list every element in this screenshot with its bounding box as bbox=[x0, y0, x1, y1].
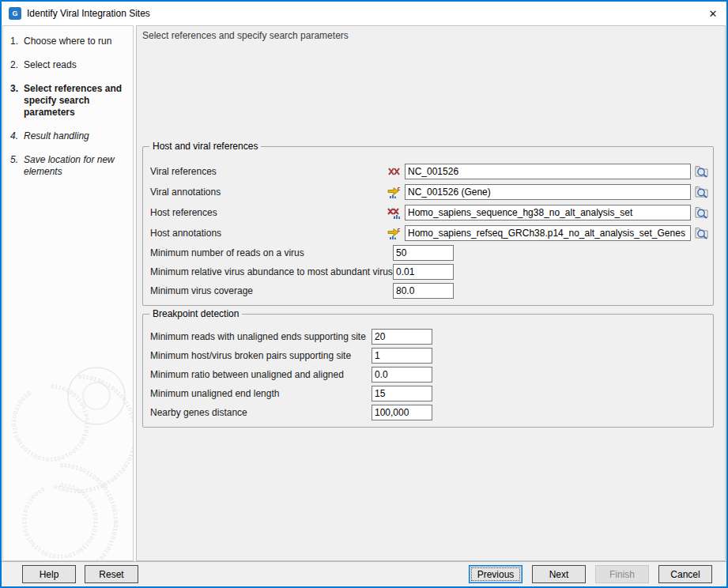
app-icon: G bbox=[9, 7, 21, 20]
min-end-length-row: Minimum unaligned end length bbox=[150, 384, 707, 403]
annotation-track-icon bbox=[387, 186, 405, 198]
min-ratio-input[interactable] bbox=[372, 367, 432, 383]
wizard-steps-sidebar: 1. Choose where to run 2. Select reads 3… bbox=[2, 25, 134, 561]
host-annotations-row: Host annotations bbox=[150, 223, 707, 243]
min-reads-label: Minimum number of reads on a virus bbox=[150, 247, 393, 258]
breakpoint-detection-group: Breakpoint detection Minimum reads with … bbox=[142, 314, 714, 428]
step-number: 3. bbox=[10, 83, 24, 119]
group-title: Host and viral references bbox=[149, 141, 261, 152]
annotation-track-icon bbox=[387, 227, 405, 239]
min-ratio-row: Minimum ratio between unaligned and alig… bbox=[150, 365, 707, 384]
viral-references-input[interactable] bbox=[405, 164, 691, 179]
sequence-icon bbox=[387, 165, 405, 178]
min-end-length-input[interactable] bbox=[372, 386, 432, 401]
step-select-reads: 2. Select reads bbox=[10, 59, 128, 71]
next-button[interactable]: Next bbox=[532, 565, 586, 583]
host-annotations-input[interactable] bbox=[405, 225, 691, 241]
help-button[interactable]: Help bbox=[22, 565, 76, 583]
min-coverage-row: Minimum virus coverage bbox=[150, 281, 707, 300]
step-label: Save location for new elements bbox=[24, 154, 128, 178]
svg-text:011010011001001101001100100110: 0110100110010011010011001001101001100100… bbox=[11, 383, 90, 462]
min-unaligned-reads-label: Minimum reads with unaligned ends suppor… bbox=[150, 331, 372, 342]
browse-host-references-button[interactable] bbox=[694, 205, 710, 220]
viral-references-row: Viral references bbox=[150, 161, 707, 182]
title-bar: G Identify Viral Integration Sites ✕ bbox=[2, 2, 726, 25]
button-bar: Help Reset Previous Next Finish Cancel bbox=[2, 561, 726, 586]
step-label: Select reads bbox=[24, 59, 128, 71]
close-icon[interactable]: ✕ bbox=[700, 2, 726, 25]
step-label: Result handling bbox=[24, 130, 128, 142]
min-abundance-row: Minimum relative virus abundance to most… bbox=[150, 262, 707, 281]
step-number: 1. bbox=[10, 36, 24, 47]
svg-text:011010011001001101001100100110: 0110100110010011010011001001101001100100… bbox=[21, 482, 99, 560]
step-save-location: 5. Save location for new elements bbox=[10, 154, 128, 178]
host-annotations-label: Host annotations bbox=[150, 228, 387, 239]
nearby-genes-row: Nearby genes distance bbox=[150, 403, 707, 422]
viral-annotations-label: Viral annotations bbox=[150, 187, 387, 198]
binary-spiral-watermark: 0110100110010011010011001001101001100100… bbox=[3, 363, 134, 560]
nearby-genes-input[interactable] bbox=[372, 405, 432, 420]
browse-viral-annotations-button[interactable] bbox=[694, 185, 710, 199]
browse-host-annotations-button[interactable] bbox=[694, 226, 710, 240]
watermark-text: 0110100110010011010011001001101001100100… bbox=[52, 374, 134, 494]
min-reads-input[interactable] bbox=[393, 245, 454, 261]
min-broken-pairs-row: Minimum host/virus broken pairs supporti… bbox=[150, 346, 707, 365]
min-unaligned-reads-row: Minimum reads with unaligned ends suppor… bbox=[150, 327, 707, 346]
min-abundance-label: Minimum relative virus abundance to most… bbox=[150, 266, 393, 277]
step-choose-where-to-run: 1. Choose where to run bbox=[10, 36, 128, 47]
svg-text:011010011001001101001100100110: 0110100110010011010011001001101001100100… bbox=[29, 462, 119, 560]
min-coverage-input[interactable] bbox=[393, 283, 454, 299]
reset-button[interactable]: Reset bbox=[85, 565, 138, 583]
step-number: 5. bbox=[10, 154, 24, 178]
wizard-main-panel: Select references and specify search par… bbox=[136, 25, 726, 561]
min-abundance-input[interactable] bbox=[393, 264, 454, 280]
group-title: Breakpoint detection bbox=[149, 308, 242, 319]
wizard-dialog: G Identify Viral Integration Sites ✕ 1. … bbox=[0, 0, 728, 588]
min-unaligned-reads-input[interactable] bbox=[372, 329, 432, 345]
sequence-track-icon bbox=[387, 206, 405, 219]
host-references-input[interactable] bbox=[405, 205, 691, 220]
step-label: Choose where to run bbox=[24, 36, 128, 47]
min-reads-row: Minimum number of reads on a virus bbox=[150, 243, 707, 262]
viral-annotations-row: Viral annotations bbox=[150, 182, 707, 202]
min-broken-pairs-input[interactable] bbox=[372, 348, 432, 364]
nearby-genes-label: Nearby genes distance bbox=[150, 407, 372, 418]
step-number: 4. bbox=[10, 130, 24, 142]
finish-button: Finish bbox=[595, 565, 649, 583]
page-title: Select references and specify search par… bbox=[142, 30, 349, 41]
step-label: Select references and specify search par… bbox=[24, 83, 128, 119]
viral-annotations-input[interactable] bbox=[405, 184, 691, 200]
min-ratio-label: Minimum ratio between unaligned and alig… bbox=[150, 369, 372, 380]
svg-text:011010011001001101001100100110: 0110100110010011010011001001101001100100… bbox=[52, 374, 134, 494]
min-broken-pairs-label: Minimum host/virus broken pairs supporti… bbox=[150, 350, 372, 361]
previous-button[interactable]: Previous bbox=[469, 565, 522, 583]
step-select-references: 3. Select references and specify search … bbox=[10, 83, 128, 119]
host-references-label: Host references bbox=[150, 207, 387, 218]
window-title: Identify Viral Integration Sites bbox=[27, 8, 150, 19]
min-coverage-label: Minimum virus coverage bbox=[150, 285, 393, 296]
host-viral-references-group: Host and viral references Viral referenc… bbox=[142, 146, 714, 306]
browse-viral-references-button[interactable] bbox=[694, 164, 710, 179]
viral-references-label: Viral references bbox=[150, 166, 387, 177]
cancel-button[interactable]: Cancel bbox=[658, 565, 712, 583]
step-number: 2. bbox=[10, 59, 24, 71]
min-end-length-label: Minimum unaligned end length bbox=[150, 388, 372, 399]
host-references-row: Host references bbox=[150, 202, 707, 223]
step-result-handling: 4. Result handling bbox=[10, 130, 128, 142]
